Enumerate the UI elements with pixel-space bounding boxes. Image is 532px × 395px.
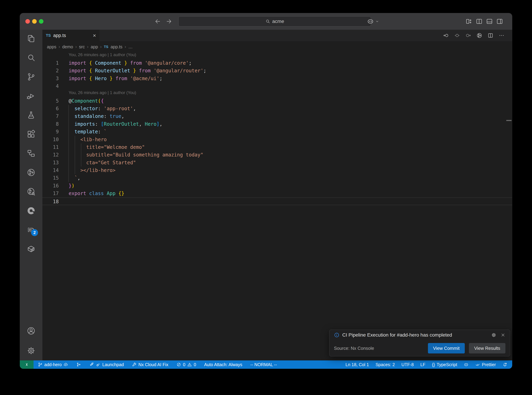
status-text: Launchpad — [102, 362, 124, 367]
workbench: N2 TS app.ts × apps›demo›src›app›TSapp.t… — [20, 30, 512, 360]
activity-item-accounts[interactable] — [27, 326, 36, 335]
code-line-text: cta="Get Started" — [59, 159, 136, 167]
activity-item-run-debug[interactable] — [27, 91, 36, 100]
indent-guide — [69, 112, 69, 120]
breadcrumb-item-demo[interactable]: demo — [62, 44, 73, 49]
toggle-primary-sidebar-icon[interactable] — [476, 18, 483, 25]
status-item-language[interactable]: {}TypeScript — [432, 362, 457, 367]
nav-back-icon[interactable] — [443, 33, 449, 38]
line-number: 5 — [42, 97, 59, 105]
status-text: add-hero — [44, 362, 62, 367]
chevron-down-icon — [375, 19, 379, 23]
code-line-15: 15 `, — [42, 174, 512, 182]
status-item-launchpad[interactable]: Launchpad — [89, 362, 124, 367]
settings-icon — [27, 346, 36, 355]
status-item-auto-attach[interactable]: Auto Attach: Always — [204, 362, 242, 367]
breadcrumb-item-app[interactable]: app — [91, 44, 98, 49]
activity-item-project-flow[interactable] — [27, 149, 36, 158]
activity-item-settings[interactable] — [27, 346, 36, 355]
activity-item-explorer[interactable] — [27, 34, 36, 43]
status-bar: add-heroLaunchpadNx Cloud AI Fix00Auto A… — [20, 360, 512, 369]
line-number: 8 — [42, 120, 59, 128]
activity-item-source-control[interactable] — [27, 72, 36, 81]
status-item-formatter[interactable]: Prettier — [475, 362, 496, 367]
toggle-panel-icon[interactable] — [486, 18, 493, 25]
indent-guide — [69, 136, 69, 143]
status-item-eol[interactable]: LF — [420, 362, 425, 367]
line-number: 6 — [42, 105, 59, 112]
activity-item-edge-browser[interactable] — [27, 206, 36, 215]
copilot-icon — [464, 362, 469, 367]
check-double-icon — [475, 362, 480, 367]
code-line-17: 17export class App {} — [42, 190, 512, 197]
indent-guide — [69, 143, 69, 151]
nav-current-icon[interactable] — [454, 33, 460, 38]
status-item-indentation[interactable]: Spaces: 2 — [376, 362, 395, 367]
status-text: Auto Attach: Always — [204, 362, 242, 367]
breadcrumb-item-apps[interactable]: apps — [47, 44, 56, 49]
breadcrumb-item-src[interactable]: src — [79, 44, 85, 49]
status-item-git-branch[interactable]: add-hero — [38, 362, 68, 367]
code-line-5: 5@Component({ — [42, 97, 512, 105]
status-text: -- NORMAL -- — [250, 362, 277, 367]
minimize-window-button[interactable] — [32, 19, 37, 24]
notification-title: CI Pipeline Execution for #add-hero has … — [342, 332, 491, 338]
code-line-text: subtitle="Build something amazing today" — [59, 151, 203, 159]
activity-item-search[interactable] — [27, 53, 36, 62]
status-item-cursor-position[interactable]: Ln 18, Col 1 — [346, 362, 369, 367]
breadcrumb-separator: › — [59, 44, 60, 49]
activity-item-testing[interactable] — [27, 110, 36, 120]
view-results-button[interactable]: View Results — [469, 343, 505, 353]
more-actions-icon[interactable] — [499, 33, 505, 38]
code-editor[interactable]: You, 26 minutes ago | 1 author (You)1imp… — [42, 52, 512, 360]
extensions-icon — [27, 130, 36, 139]
info-icon — [334, 332, 339, 338]
activity-item-extensions[interactable] — [27, 130, 36, 139]
nav-forward-icon[interactable] — [465, 33, 471, 38]
tab-app-ts[interactable]: TS app.ts × — [42, 30, 100, 41]
breadcrumb-item-[interactable]: … — [128, 44, 133, 49]
window-controls — [25, 19, 43, 24]
status-item-problems[interactable]: 00 — [176, 362, 196, 367]
activity-item-nx-console-search[interactable] — [27, 187, 36, 196]
activity-item-containers[interactable] — [27, 244, 36, 253]
remote-indicator[interactable] — [20, 360, 33, 369]
status-item-notifications[interactable] — [502, 362, 507, 367]
close-tab-icon[interactable]: × — [93, 33, 96, 38]
activity-item-nx[interactable]: N2 — [27, 225, 36, 234]
customize-layout-icon[interactable] — [465, 18, 473, 25]
close-window-button[interactable] — [25, 19, 30, 24]
notification-settings-gear-icon[interactable] — [491, 332, 496, 338]
status-item-nx-cloud-ai-fix[interactable]: Nx Cloud AI Fix — [132, 362, 168, 367]
status-text: Spaces: 2 — [376, 362, 395, 367]
zoom-window-button[interactable] — [39, 19, 43, 24]
code-line-3: 3import { Hero } from '@acme/ui'; — [42, 75, 512, 82]
back-arrow-icon[interactable] — [155, 18, 161, 25]
code-line-7: 7 standalone: true, — [42, 112, 512, 120]
notification-close-icon[interactable] — [500, 333, 505, 337]
command-center-search[interactable]: acme — [178, 16, 371, 27]
copilot-menu[interactable] — [367, 13, 379, 30]
indent-guide — [75, 167, 75, 174]
forward-arrow-icon[interactable] — [166, 18, 172, 25]
indent-guide — [75, 136, 75, 143]
code-line-text: import { RouterOutlet } from '@angular/r… — [59, 67, 206, 75]
status-item-encoding[interactable]: UTF-8 — [402, 362, 414, 367]
cloud-upload-icon — [63, 362, 68, 367]
nx-project-graph-icon[interactable] — [476, 33, 482, 38]
split-editor-icon[interactable] — [488, 33, 494, 38]
status-item-git-graph[interactable] — [76, 362, 81, 367]
notification-toast: CI Pipeline Execution for #add-hero has … — [329, 330, 510, 357]
status-text: LF — [420, 362, 425, 367]
copilot-icon — [367, 18, 374, 25]
status-item-copilot[interactable] — [464, 362, 469, 367]
blame-text: You, 26 minutes ago | 1 author (You) — [69, 52, 136, 59]
view-commit-button[interactable]: View Commit — [428, 343, 465, 353]
toggle-secondary-sidebar-icon[interactable] — [496, 18, 503, 25]
code-line-text: }) — [59, 182, 75, 190]
search-icon — [265, 19, 270, 24]
status-item-vim-mode[interactable]: -- NORMAL -- — [250, 362, 277, 367]
activity-item-nx-console[interactable] — [27, 168, 36, 177]
status-text: UTF-8 — [402, 362, 414, 367]
breadcrumb-item-appts[interactable]: app.ts — [111, 44, 122, 49]
